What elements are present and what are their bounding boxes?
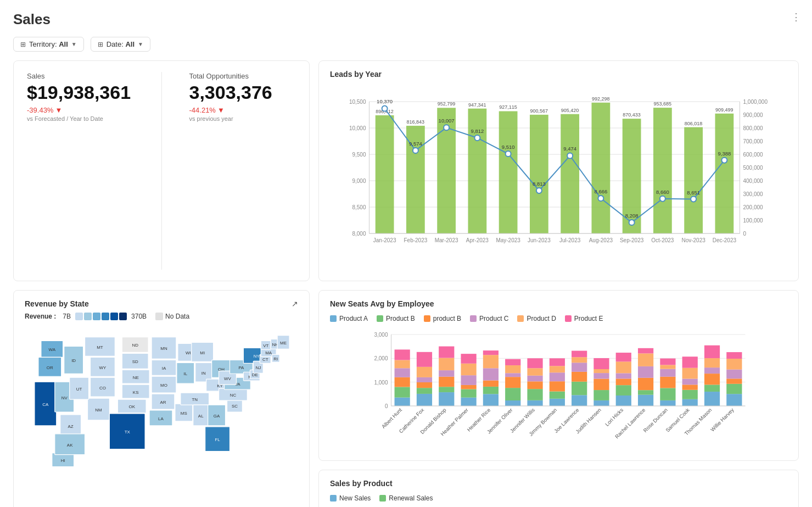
svg-rect-227 [483, 350, 499, 355]
svg-text:9,574: 9,574 [409, 141, 422, 147]
svg-point-61 [598, 196, 603, 201]
svg-rect-299 [726, 394, 742, 406]
legend-dot-b-green [377, 315, 383, 322]
svg-point-63 [629, 220, 635, 225]
legend-sq-6 [119, 313, 127, 320]
svg-text:8,208: 8,208 [625, 213, 639, 219]
svg-text:8,500: 8,500 [352, 204, 366, 210]
legend-label-a: Product A [339, 315, 368, 322]
sales-change: -39.43% ▼ [27, 106, 134, 114]
svg-rect-240 [527, 368, 542, 375]
svg-rect-296 [704, 358, 720, 367]
top-row: Sales $19,938,361 -39.43% ▼ vs Forecaste… [13, 60, 799, 281]
svg-rect-269 [616, 353, 631, 361]
svg-text:900,000: 900,000 [743, 112, 764, 118]
svg-rect-267 [616, 373, 631, 378]
svg-text:Willie Harvey: Willie Harvey [709, 406, 735, 432]
svg-rect-260 [593, 373, 609, 378]
svg-text:953,685: 953,685 [654, 101, 672, 107]
legend-dot-b-orange [424, 315, 430, 322]
svg-text:NE: NE [133, 375, 139, 380]
svg-rect-255 [572, 351, 587, 358]
svg-rect-31 [499, 111, 518, 233]
svg-text:1,000,000: 1,000,000 [743, 99, 768, 105]
legend-label-e: Product E [574, 315, 603, 322]
svg-point-55 [506, 151, 511, 157]
svg-rect-219 [461, 364, 476, 375]
legend-max: 370B [131, 313, 147, 320]
legend-dot-d [517, 315, 524, 322]
legend-sq-3 [93, 313, 100, 320]
legend-label-c: Product C [479, 315, 508, 322]
svg-rect-216 [461, 389, 476, 398]
territory-filter[interactable]: ⊞ Territory: All ▼ [13, 37, 84, 52]
svg-rect-234 [505, 359, 520, 365]
svg-text:IA: IA [162, 366, 166, 371]
svg-rect-218 [461, 375, 476, 385]
svg-text:905,420: 905,420 [561, 108, 579, 113]
svg-rect-252 [572, 372, 587, 382]
svg-rect-206 [417, 352, 432, 367]
svg-text:AL: AL [198, 414, 204, 419]
svg-rect-282 [660, 365, 675, 369]
legend-sq-5 [110, 313, 118, 320]
svg-rect-247 [550, 366, 565, 372]
legend-product-c: Product C [470, 315, 508, 322]
svg-rect-273 [638, 378, 653, 390]
more-options-icon[interactable]: ⋮ [791, 11, 801, 23]
svg-rect-198 [395, 360, 410, 368]
svg-rect-212 [439, 358, 454, 371]
svg-rect-213 [439, 347, 454, 358]
date-filter-icon: ⊞ [98, 41, 103, 48]
svg-text:10,500: 10,500 [349, 99, 366, 105]
svg-text:927,115: 927,115 [499, 104, 517, 110]
date-chevron: ▼ [138, 41, 143, 47]
svg-rect-257 [593, 400, 609, 406]
svg-rect-279 [660, 388, 675, 400]
svg-text:AR: AR [160, 400, 166, 405]
map-panel: Revenue by State ↗ Revenue : 7B 370B No [13, 290, 310, 507]
expand-icon[interactable]: ↗ [292, 299, 298, 308]
no-data-sq [155, 313, 163, 320]
svg-text:10,000: 10,000 [349, 125, 366, 131]
sales-label: Sales [27, 72, 134, 80]
svg-rect-230 [505, 388, 520, 400]
no-data-label: No Data [165, 313, 189, 320]
svg-text:8,813: 8,813 [533, 181, 546, 187]
svg-rect-264 [616, 395, 631, 406]
svg-text:IN: IN [201, 371, 206, 376]
svg-rect-268 [616, 361, 631, 373]
svg-rect-272 [638, 390, 653, 395]
svg-text:UT: UT [76, 387, 82, 392]
svg-text:OR: OR [47, 365, 53, 370]
svg-text:8,651: 8,651 [687, 190, 700, 196]
svg-rect-289 [682, 368, 698, 379]
svg-text:NM: NM [95, 408, 102, 413]
svg-text:400,000: 400,000 [743, 178, 764, 184]
svg-text:AK: AK [67, 443, 73, 448]
svg-rect-211 [439, 370, 454, 377]
legend-dot-c [470, 315, 477, 322]
svg-rect-35 [561, 114, 579, 233]
svg-rect-237 [527, 389, 542, 400]
svg-text:ND: ND [132, 343, 138, 348]
svg-text:10,007: 10,007 [439, 118, 455, 124]
svg-rect-224 [483, 381, 499, 387]
svg-text:9,812: 9,812 [471, 128, 484, 134]
seats-chart-title: New Seats Avg by Employee [330, 299, 787, 308]
svg-text:May-2023: May-2023 [496, 237, 520, 243]
legend-product-a: Product A [330, 315, 368, 322]
svg-text:ID: ID [71, 358, 76, 363]
svg-rect-223 [483, 387, 499, 394]
legend-label-b-orange: product B [433, 315, 461, 322]
svg-text:CO: CO [99, 386, 106, 391]
svg-rect-215 [461, 398, 476, 406]
svg-text:10,370: 10,370 [377, 98, 393, 104]
legend-dot-new [330, 495, 337, 502]
svg-rect-297 [704, 346, 720, 358]
svg-text:RI: RI [273, 356, 278, 361]
svg-rect-41 [653, 108, 672, 233]
svg-rect-276 [638, 348, 653, 354]
date-filter[interactable]: ⊞ Date: All ▼ [91, 37, 150, 52]
us-map-svg: WAORCAIDNVAZMTWYCONMNDSDNEKSOKTXMNIAMOAR… [25, 327, 298, 492]
